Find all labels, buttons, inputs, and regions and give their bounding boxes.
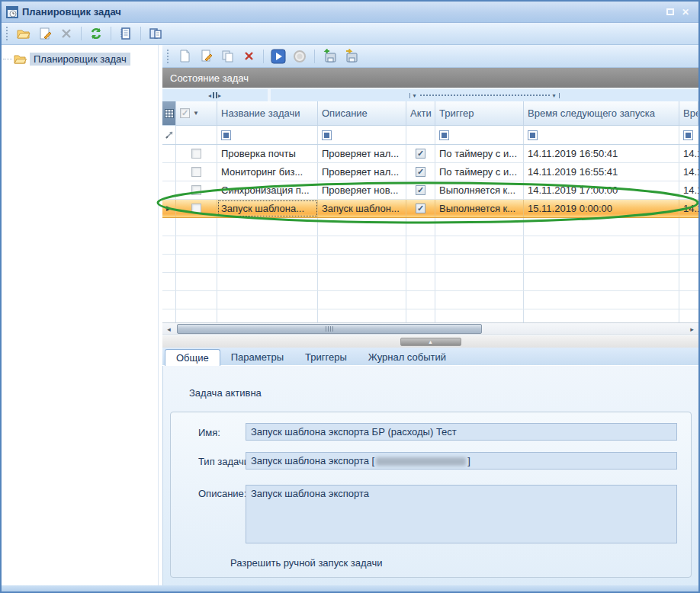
scroll-right-icon[interactable]: ▸ — [686, 323, 698, 335]
cell-active[interactable]: ✓ — [406, 181, 435, 199]
cell-description[interactable]: Проверяет нов... — [318, 181, 406, 199]
cell-trigger[interactable]: Выполняется к... — [435, 181, 524, 199]
row-check-cell[interactable] — [176, 200, 217, 217]
active-checkbox[interactable]: ✓ — [416, 167, 425, 177]
filter-button-icon[interactable] — [528, 130, 538, 140]
select-all-corner[interactable] — [162, 101, 176, 125]
filter-button-icon[interactable] — [439, 130, 449, 140]
edit-button[interactable] — [36, 24, 54, 43]
description-field[interactable]: Запуск шаблона экспорта — [246, 485, 677, 543]
table-row[interactable]: Мониторинг биз... Проверяет нал... ✓ По … — [162, 163, 698, 181]
cell-trigger[interactable]: По таймеру с и... — [435, 145, 524, 162]
cell-name[interactable]: Мониторинг биз... — [217, 163, 318, 181]
filter-button-icon[interactable] — [221, 130, 231, 140]
tab-parameters[interactable]: Параметры — [220, 349, 294, 365]
export-task-button[interactable] — [342, 47, 360, 66]
delete-button[interactable] — [57, 24, 75, 43]
delete-task-button[interactable] — [239, 47, 258, 66]
tree-node-scheduler[interactable]: Планировщик задач — [3, 51, 158, 66]
scrollbar-thumb[interactable] — [177, 324, 482, 334]
check-column-header[interactable]: ✓ ▼ — [176, 101, 217, 125]
toolbar-grip[interactable] — [167, 50, 169, 63]
columns-band-splitter[interactable]: ▾ ▾ — [271, 89, 698, 101]
refresh-button[interactable] — [87, 24, 105, 43]
tab-general[interactable]: Общие — [165, 349, 220, 366]
chevron-down-icon[interactable]: ▼ — [193, 101, 199, 125]
column-header-active[interactable]: Акти — [406, 101, 435, 125]
cell-description[interactable]: Проверяет нал... — [318, 163, 406, 181]
cell-trigger[interactable]: По таймеру с и... — [435, 163, 524, 181]
filter-cell-trigger[interactable] — [435, 126, 524, 144]
row-checkbox[interactable] — [191, 167, 201, 177]
export-disk-icon — [344, 49, 358, 63]
cell-trigger[interactable]: Выполняется к... — [435, 200, 524, 217]
edit-task-button[interactable] — [197, 47, 215, 66]
tab-event-log[interactable]: Журнал событий — [358, 349, 457, 365]
splitter-collapse-button[interactable]: ▲ — [400, 338, 461, 346]
cell-active[interactable]: ✓ — [406, 200, 435, 217]
cell-name[interactable]: Запуск шаблона... — [217, 200, 318, 217]
filter-cell-last-run[interactable] — [679, 126, 698, 144]
fixed-columns-splitter[interactable]: ◂ ▸ — [162, 89, 268, 101]
active-checkbox[interactable]: ✓ — [416, 185, 425, 195]
filter-cell-name[interactable] — [217, 126, 318, 144]
cell-last-run[interactable]: 14.1 — [679, 163, 698, 181]
row-check-cell[interactable] — [176, 145, 217, 162]
row-checkbox[interactable] — [191, 185, 201, 195]
cell-name[interactable]: Синхронизация п... — [217, 181, 318, 199]
cell-last-run[interactable]: 14.1 — [679, 145, 698, 162]
row-checkbox[interactable] — [191, 204, 201, 213]
run-task-button[interactable] — [269, 47, 287, 66]
description-label: Описание: — [198, 488, 246, 499]
column-header-last-run[interactable]: Врем — [679, 101, 698, 125]
cell-description[interactable]: Запуск шаблон... — [318, 200, 406, 217]
tab-triggers[interactable]: Триггеры — [294, 349, 358, 365]
import-task-button[interactable] — [320, 47, 339, 66]
row-checkbox[interactable] — [191, 149, 201, 159]
book-button[interactable] — [146, 24, 165, 43]
row-check-cell[interactable] — [176, 163, 217, 181]
name-field[interactable]: Запуск шаблона экспорта БР (расходы) Тес… — [246, 423, 677, 441]
active-checkbox[interactable]: ✓ — [416, 204, 425, 213]
open-folder-button[interactable] — [14, 24, 33, 43]
copy-task-button[interactable] — [218, 47, 236, 66]
table-row-selected[interactable]: ▶ Запуск шаблона... Запуск шаблон... ✓ В… — [162, 200, 698, 218]
active-checkbox[interactable]: ✓ — [416, 149, 425, 159]
table-row[interactable]: Синхронизация п... Проверяет нов... ✓ Вы… — [162, 181, 698, 200]
column-header-description[interactable]: Описание — [318, 101, 406, 125]
journal-button[interactable] — [117, 24, 135, 43]
maximize-button[interactable] — [666, 8, 674, 17]
filter-cell-description[interactable] — [318, 126, 406, 144]
filter-cell-check[interactable] — [176, 126, 217, 144]
new-task-button[interactable] — [175, 47, 194, 66]
cell-active[interactable]: ✓ — [406, 163, 435, 181]
cell-name[interactable]: Проверка почты — [217, 145, 318, 162]
cell-last-run[interactable]: 14.1 — [679, 181, 698, 199]
column-header-trigger[interactable]: Триггер — [435, 101, 524, 125]
horizontal-scrollbar[interactable]: ◂ ▸ — [162, 322, 698, 335]
filter-cell-next-run[interactable] — [524, 126, 679, 144]
stop-task-button[interactable] — [291, 47, 309, 66]
scroll-left-icon[interactable]: ◂ — [162, 323, 175, 335]
toolbar-grip[interactable] — [6, 27, 8, 40]
table-row[interactable]: Проверка почты Проверяет нал... ✓ По тай… — [162, 145, 698, 163]
cell-next-run[interactable]: 14.11.2019 17:00:00 — [524, 181, 679, 199]
cell-next-run[interactable]: 14.11.2019 16:50:41 — [524, 145, 679, 162]
splitter-dots-icon — [420, 95, 550, 96]
column-header-name[interactable]: Название задачи — [217, 101, 318, 125]
cell-next-run[interactable]: 15.11.2019 0:00:00 — [524, 200, 679, 217]
type-field[interactable]: Запуск шаблона экспорта [] — [246, 452, 677, 470]
column-header-next-run[interactable]: Время следующего запуска — [524, 101, 679, 125]
row-check-cell[interactable] — [176, 181, 217, 199]
cell-last-run[interactable]: 14.1 — [679, 200, 698, 217]
details-tab-strip: Общие Параметры Триггеры Журнал событий — [162, 348, 698, 366]
filter-button-icon[interactable] — [322, 130, 332, 140]
cell-active[interactable]: ✓ — [406, 145, 435, 162]
select-all-checkbox[interactable]: ✓ — [180, 108, 190, 118]
filter-cell-active[interactable] — [406, 126, 435, 144]
cell-description[interactable]: Проверяет нал... — [318, 145, 406, 162]
close-button[interactable]: ✕ — [682, 8, 689, 17]
panel-splitter[interactable]: ▲ — [162, 335, 698, 348]
cell-next-run[interactable]: 14.11.2019 16:55:41 — [524, 163, 679, 181]
filter-button-icon[interactable] — [683, 130, 693, 140]
